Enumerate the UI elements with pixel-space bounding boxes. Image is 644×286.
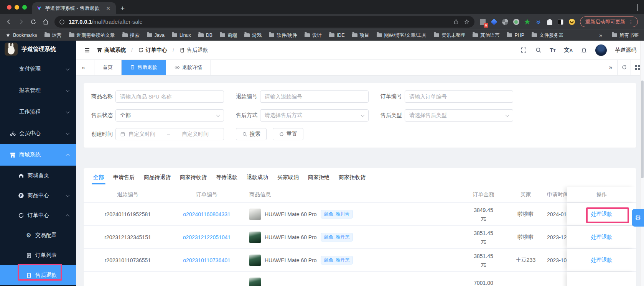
new-tab-button[interactable]: + (116, 2, 129, 14)
bookmark-folder[interactable]: 近期需要读的文章 (69, 32, 115, 39)
tags-scroll-left-icon[interactable]: « (76, 60, 91, 75)
bookmark-folder[interactable]: 网站/博客/文章/工具 (377, 32, 427, 39)
scrollbar-thumb[interactable] (641, 81, 644, 178)
bookmark-folder[interactable]: 设计 (305, 32, 322, 39)
sidebar-item-mall-home[interactable]: 商城首页 (0, 166, 76, 186)
status-tab-seller-refuse[interactable]: 商家拒绝 (308, 168, 329, 187)
extension-blocks-icon[interactable]: 6 (478, 17, 488, 27)
tag-home[interactable]: 首页 (94, 60, 122, 75)
bookmark-folder[interactable]: 资讯未整理 (434, 32, 466, 39)
profile-emoji-icon[interactable] (567, 17, 577, 27)
sidebar-item-workflow[interactable]: 工作流程 (0, 101, 76, 123)
site-info-icon[interactable] (59, 19, 65, 25)
tab-close-icon[interactable]: ✕ (104, 5, 112, 12)
extension-kite-icon[interactable] (489, 17, 499, 27)
order-no-link[interactable]: o202310110736401 (183, 257, 231, 263)
sidebar-item-trade-config[interactable]: ⚙ 交易配置 (0, 225, 76, 245)
handle-refund-link[interactable]: 处理退款 (591, 234, 613, 241)
sidebar-item-mall[interactable]: 商城系统 (0, 144, 76, 166)
sidebar-item-member[interactable]: 会员中心 (0, 123, 76, 144)
browser-update-button[interactable]: 重新启动即可更新 ⋮ (580, 16, 638, 27)
user-avatar[interactable] (595, 44, 607, 56)
app-logo[interactable]: 芋道管理系统 (0, 41, 76, 58)
bell-icon[interactable] (581, 47, 587, 53)
bookmark-folder[interactable]: 其他语言 (473, 32, 499, 39)
extension-chevrons-icon[interactable] (533, 17, 544, 27)
bookmark-star-icon[interactable] (461, 16, 472, 27)
create-time-range-picker[interactable]: 自定义时间 – 自定义时间 (115, 128, 224, 140)
bookmark-folder[interactable]: 前端 (220, 32, 237, 39)
status-tab-wait-refund[interactable]: 等待退款 (216, 168, 237, 187)
after-sale-type-select[interactable]: 请选择售后类型 (405, 109, 513, 122)
sidebar-item-report[interactable]: 报表管理 (0, 80, 76, 101)
all-bookmarks-folder[interactable]: 所有书签 (612, 32, 639, 39)
status-tab-wait-return[interactable]: 商品待退货 (144, 168, 171, 187)
zoom-window-button[interactable] (22, 5, 27, 10)
bookmark-folder[interactable]: 软件/硬件 (269, 32, 297, 39)
scrollbar[interactable] (640, 41, 644, 286)
order-no-link[interactable]: o202401160804331 (183, 211, 231, 217)
sidebar-item-order-list[interactable]: 订单列表 (0, 245, 76, 265)
extension-disc-icon[interactable] (500, 17, 510, 27)
bookmark-folder[interactable]: 文件服务器 (532, 32, 563, 39)
sidebar-item-after-sale-refund[interactable]: 售后退款 (0, 265, 76, 285)
share-icon[interactable] (451, 16, 461, 27)
handle-refund-link[interactable]: 处理退款 (591, 211, 613, 218)
status-tab-buyer-cancel[interactable]: 买家取消 (277, 168, 299, 187)
breadcrumb-mall[interactable]: 商城系统 (97, 47, 126, 54)
extension-star-icon[interactable] (522, 17, 532, 27)
bookmark-folder[interactable]: Java (147, 33, 165, 38)
after-sale-way-select[interactable]: 请选择售后方式 (260, 109, 369, 122)
bookmark-folder[interactable]: DB (198, 33, 212, 38)
browser-tab[interactable]: 芋道管理系统 - 售后退款 ✕ (32, 2, 116, 14)
font-size-icon[interactable]: TT (550, 47, 556, 53)
extensions-puzzle-icon[interactable] (544, 17, 555, 27)
search-button[interactable]: 搜索 (236, 128, 267, 140)
bookmark-folder[interactable]: IDE (329, 33, 345, 38)
order-no-input[interactable] (405, 90, 513, 103)
bookmark-folder[interactable]: 搜索 (122, 32, 140, 39)
collapse-menu-icon[interactable] (84, 47, 91, 54)
status-tab-apply[interactable]: 申请售后 (113, 168, 135, 187)
bookmark-folder[interactable]: PHP (507, 33, 524, 38)
tag-after-sale-refund[interactable]: 售后退款 (122, 60, 166, 75)
bookmark-folder[interactable]: Linux (172, 33, 191, 38)
sidebar-item-order-center[interactable]: 订单中心 (0, 205, 76, 225)
tags-scroll-right-icon[interactable]: » (604, 60, 617, 75)
tag-refund-detail[interactable]: 退款详情 (166, 60, 211, 75)
fullscreen-icon[interactable] (520, 47, 527, 53)
close-window-button[interactable] (7, 5, 12, 10)
address-bar[interactable]: 127.0.0.1 /mall/trade/after-sale (54, 16, 474, 28)
sidebar-item-product-center[interactable]: P 商品中心 (0, 186, 76, 205)
back-icon[interactable] (3, 16, 15, 28)
bookmarks-root[interactable]: Bookmarks (5, 33, 37, 38)
tab-search-icon[interactable] (637, 4, 638, 11)
status-tab-all[interactable]: 全部 (93, 168, 104, 187)
status-tab-wait-receive[interactable]: 商家待收货 (180, 168, 207, 187)
username[interactable]: 芋道源码 (615, 47, 636, 54)
search-icon[interactable] (535, 47, 542, 53)
status-tab-refund-success[interactable]: 退款成功 (247, 168, 268, 187)
bookmark-folder[interactable]: 游戏 (244, 32, 262, 39)
reset-button[interactable]: 重置 (273, 128, 303, 140)
after-sale-status-select[interactable]: 全部 (115, 109, 224, 122)
browser-menu-kebab-icon[interactable]: ⋮ (628, 19, 634, 25)
bookmark-folder[interactable]: 项目 (352, 32, 369, 39)
translate-icon[interactable]: 文A (564, 46, 573, 54)
forward-icon[interactable] (15, 16, 27, 28)
bookmarks-overflow-icon[interactable]: » (599, 32, 602, 38)
refund-no-input[interactable] (260, 90, 369, 103)
status-tab-seller-reject-goods[interactable]: 商家拒收货 (339, 168, 366, 187)
extension-ring-icon[interactable] (511, 17, 521, 27)
reload-icon[interactable] (28, 16, 39, 28)
home-icon[interactable] (40, 16, 51, 28)
breadcrumb-order-center[interactable]: 订单中心 (138, 47, 167, 54)
bookmark-folder[interactable]: 运营 (44, 32, 62, 39)
minimize-window-button[interactable] (15, 5, 19, 10)
product-name-input[interactable] (115, 90, 224, 103)
handle-refund-link[interactable]: 处理退款 (591, 257, 613, 264)
extension-darkmode-icon[interactable] (555, 17, 566, 27)
table-settings-gear-icon[interactable]: ⚙ (632, 209, 644, 227)
sidebar-item-payment[interactable]: 支付管理 (0, 58, 76, 80)
refresh-page-icon[interactable] (617, 60, 631, 75)
